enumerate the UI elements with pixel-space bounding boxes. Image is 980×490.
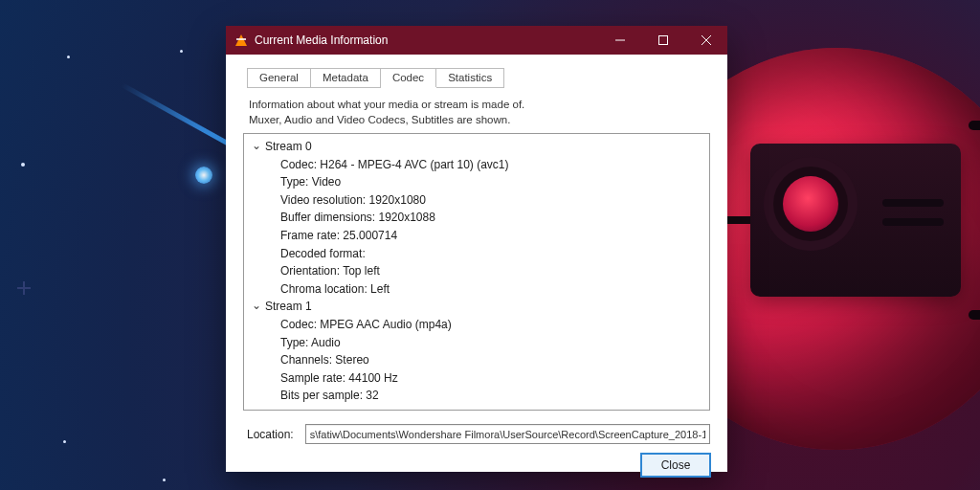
tree-node-label: Stream 0	[265, 138, 312, 156]
decoration-satellite	[750, 144, 961, 297]
decoration-star	[67, 56, 70, 58]
location-label: Location:	[247, 428, 294, 441]
tree-node-label: Stream 1	[265, 298, 312, 316]
tree-leaf[interactable]: Frame rate: 25.000714	[280, 227, 705, 245]
tree-leaf[interactable]: Orientation: Top left	[280, 262, 705, 280]
tab-codec[interactable]: Codec	[380, 69, 435, 88]
hint-line: Muxer, Audio and Video Codecs, Subtitles…	[249, 114, 510, 125]
codec-tree[interactable]: ⌄ Stream 0 Codec: H264 - MPEG-4 AVC (par…	[243, 133, 710, 411]
vlc-cone-icon	[235, 34, 247, 46]
tree-leaf[interactable]: Bits per sample: 32	[280, 387, 705, 405]
tree-leaf[interactable]: Codec: MPEG AAC Audio (mp4a)	[280, 316, 705, 334]
tab-strip: General Metadata Codec Statistics	[247, 68, 504, 88]
tab-statistics[interactable]: Statistics	[436, 69, 504, 88]
tab-metadata[interactable]: Metadata	[310, 69, 380, 88]
tree-node-stream[interactable]: ⌄ Stream 0	[252, 138, 705, 156]
tree-leaf[interactable]: Chroma location: Left	[280, 280, 705, 299]
tab-general[interactable]: General	[248, 69, 311, 88]
decoration-star	[180, 50, 183, 53]
decoration-star	[163, 479, 166, 481]
maximize-button[interactable]	[641, 26, 684, 55]
chevron-down-icon: ⌄	[252, 297, 260, 315]
tree-leaf[interactable]: Decoded format:	[280, 245, 705, 263]
close-button[interactable]: Close	[641, 454, 710, 477]
chevron-down-icon: ⌄	[252, 137, 260, 155]
minimize-button[interactable]	[598, 26, 641, 55]
location-field[interactable]	[305, 424, 710, 444]
window-title: Current Media Information	[255, 33, 598, 47]
tree-leaf[interactable]: Channels: Stereo	[280, 351, 705, 369]
button-row: Close	[226, 454, 710, 477]
media-info-window: Current Media Information General Metada…	[226, 26, 727, 472]
hint-text: Information about what your media or str…	[249, 98, 727, 127]
decoration-sparkle	[17, 281, 31, 295]
svg-rect-0	[658, 36, 667, 45]
tree-leaf[interactable]: Sample rate: 44100 Hz	[280, 369, 705, 388]
tree-node-stream[interactable]: ⌄ Stream 1	[252, 298, 705, 316]
decoration-star	[63, 440, 66, 443]
window-body: General Metadata Codec Statistics Inform…	[226, 55, 727, 472]
tree-leaf[interactable]: Video resolution: 1920x1080	[280, 191, 705, 210]
close-window-button[interactable]	[684, 26, 727, 55]
titlebar[interactable]: Current Media Information	[226, 26, 727, 55]
tree-leaf[interactable]: Type: Audio	[280, 334, 705, 352]
decoration-comet	[96, 115, 230, 201]
tree-leaf[interactable]: Type: Video	[280, 173, 705, 191]
hint-line: Information about what your media or str…	[249, 99, 524, 110]
tree-leaf[interactable]: Buffer dimensions: 1920x1088	[280, 209, 705, 227]
location-row: Location:	[247, 424, 710, 444]
decoration-star	[21, 163, 25, 167]
tree-leaf[interactable]: Codec: H264 - MPEG-4 AVC (part 10) (avc1…	[280, 156, 705, 174]
